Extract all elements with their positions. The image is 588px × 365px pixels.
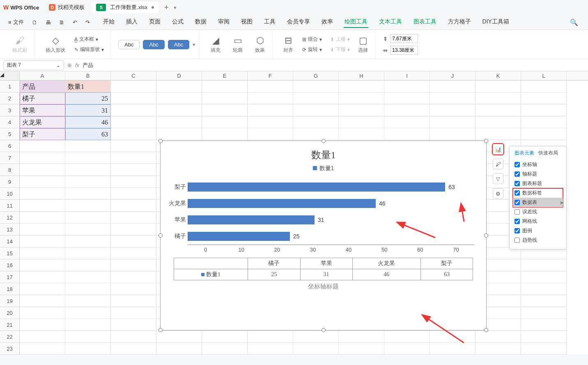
cell[interactable] <box>65 283 111 295</box>
cell[interactable] <box>65 224 111 236</box>
col-header-F[interactable]: F <box>248 72 293 80</box>
col-header-K[interactable]: K <box>475 72 521 80</box>
style-preset-3[interactable]: Abc <box>168 40 189 49</box>
cell[interactable] <box>339 81 384 92</box>
menu-tab-插入[interactable]: 插入 <box>125 16 138 28</box>
menu-tab-工具[interactable]: 工具 <box>263 16 276 28</box>
cell[interactable] <box>202 343 248 355</box>
cell[interactable] <box>430 92 475 104</box>
col-header-H[interactable]: H <box>339 72 384 80</box>
cell[interactable] <box>65 271 111 283</box>
cell[interactable]: 25 <box>65 92 111 104</box>
cell[interactable] <box>111 236 156 247</box>
row-header-23[interactable]: 23 <box>0 343 20 355</box>
resize-handle[interactable] <box>158 139 163 143</box>
cell[interactable] <box>65 188 111 200</box>
cell[interactable]: 产品 <box>20 81 65 92</box>
checkbox[interactable] <box>514 209 520 215</box>
panel-tab-elements[interactable]: 图表元素 <box>514 150 534 157</box>
row-header-22[interactable]: 22 <box>0 331 20 343</box>
cell[interactable] <box>521 295 567 307</box>
cell[interactable] <box>20 331 65 343</box>
panel-item-图表标题[interactable]: 图表标题 <box>513 179 563 188</box>
workbook-tab[interactable]: S 工作簿数量.xlsx <box>91 2 159 13</box>
cell[interactable] <box>521 116 567 128</box>
row-header-20[interactable]: 20 <box>0 307 20 319</box>
checkbox[interactable] <box>514 228 520 233</box>
cell[interactable] <box>111 164 156 176</box>
undo-button[interactable]: ↶ <box>69 18 80 27</box>
cell[interactable] <box>521 283 567 295</box>
row-header-14[interactable]: 14 <box>0 236 20 247</box>
row-header-19[interactable]: 19 <box>0 295 20 307</box>
cell[interactable] <box>202 116 248 128</box>
cell[interactable] <box>475 92 521 104</box>
zoom-fx-icon[interactable]: ⊕ <box>67 62 72 68</box>
cell[interactable] <box>20 140 65 152</box>
cell[interactable] <box>65 176 111 188</box>
checkbox[interactable] <box>514 162 520 167</box>
cell[interactable] <box>202 331 248 343</box>
cell[interactable]: 火龙果 <box>20 116 65 128</box>
chart-styles-button[interactable]: 🖊 <box>493 159 503 169</box>
cell[interactable] <box>20 283 65 295</box>
chart-settings-button[interactable]: ⚙ <box>493 188 503 199</box>
cell[interactable] <box>111 307 156 319</box>
cell[interactable] <box>20 200 65 212</box>
chart-data-table[interactable]: 橘子苹果火龙果梨子数量125314663 <box>174 258 473 280</box>
resize-handle[interactable] <box>484 328 488 332</box>
select-button[interactable]: ▢选择 <box>355 34 371 55</box>
chart-elements-button[interactable]: 📊 <box>493 144 503 155</box>
cell[interactable] <box>20 319 65 331</box>
cell[interactable] <box>430 331 475 343</box>
cell[interactable] <box>156 116 202 128</box>
menu-tab-方方格子[interactable]: 方方格子 <box>447 16 472 28</box>
cell[interactable] <box>293 343 339 355</box>
row-header-8[interactable]: 8 <box>0 164 20 176</box>
cell[interactable] <box>475 116 521 128</box>
cell[interactable] <box>20 212 65 224</box>
resize-handle[interactable] <box>484 139 488 143</box>
menu-tab-公式[interactable]: 公式 <box>171 16 184 28</box>
bar-row[interactable]: 梨子63 <box>188 179 474 195</box>
bar[interactable] <box>188 199 376 208</box>
cell[interactable] <box>384 81 430 92</box>
chart-legend[interactable]: 数量1 <box>161 165 486 175</box>
row-header-9[interactable]: 9 <box>0 176 20 188</box>
col-header-C[interactable]: C <box>111 72 156 80</box>
chart-title[interactable]: 数量1 <box>161 141 486 165</box>
col-header-J[interactable]: J <box>430 72 475 80</box>
panel-item-数据表[interactable]: 数据表▶ <box>513 198 563 207</box>
cell[interactable] <box>65 164 111 176</box>
cell[interactable] <box>339 343 384 355</box>
cell[interactable] <box>293 104 339 116</box>
cell[interactable] <box>20 176 65 188</box>
cell[interactable] <box>202 92 248 104</box>
cell[interactable] <box>521 92 567 104</box>
cell[interactable] <box>111 212 156 224</box>
cell[interactable]: 梨子 <box>20 128 65 140</box>
col-header-E[interactable]: E <box>202 72 248 80</box>
cell[interactable] <box>384 92 430 104</box>
spreadsheet-grid[interactable]: ◢ ABCDEFGHIJKL 1产品数量12橘子253苹果314火龙果465梨子… <box>0 72 588 355</box>
cell[interactable] <box>65 247 111 259</box>
width-input[interactable] <box>390 46 418 55</box>
cell[interactable]: 苹果 <box>20 104 65 116</box>
redo-button[interactable]: ↷ <box>82 18 93 27</box>
effect-button[interactable]: ⬡效果 <box>252 34 268 55</box>
bar[interactable] <box>188 182 445 192</box>
cell[interactable] <box>384 343 430 355</box>
menu-tab-会员专享[interactable]: 会员专享 <box>286 16 311 28</box>
cell[interactable] <box>20 259 65 271</box>
cell[interactable] <box>111 271 156 283</box>
row-header-21[interactable]: 21 <box>0 319 20 331</box>
cell[interactable] <box>111 104 156 116</box>
cell[interactable] <box>430 116 475 128</box>
cell[interactable] <box>20 271 65 283</box>
bar-row[interactable]: 火龙果46 <box>188 195 474 212</box>
resize-handle[interactable] <box>322 328 326 332</box>
preview-button[interactable]: 🗎 <box>56 18 68 27</box>
style-more-icon[interactable]: ▾ <box>193 42 195 48</box>
row-header-7[interactable]: 7 <box>0 152 20 164</box>
col-header-G[interactable]: G <box>293 72 339 80</box>
